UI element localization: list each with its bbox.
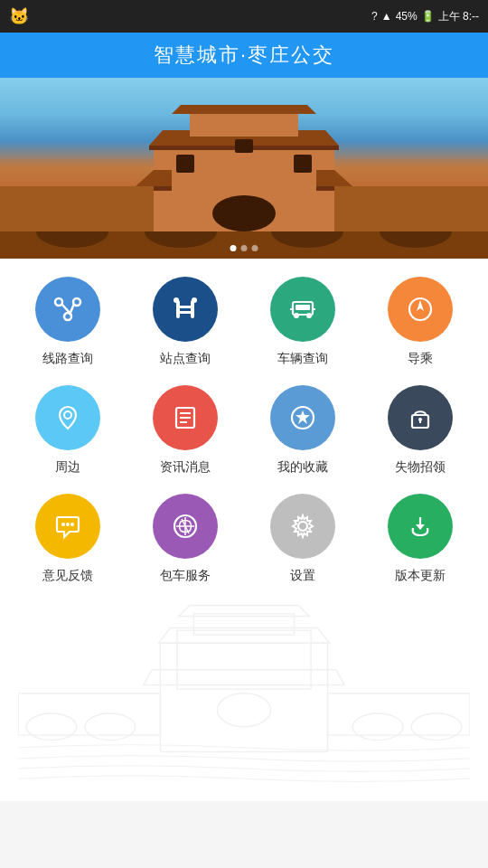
menu-item-nearby[interactable]: 周边 [9,385,127,476]
stop-query-label: 站点查询 [160,351,211,367]
navigation-label: 导乘 [408,351,433,367]
menu-item-charter[interactable]: 包车服务 [127,494,244,584]
svg-rect-15 [176,155,194,173]
svg-point-33 [294,313,299,318]
battery-icon: 🔋 [421,10,435,23]
app-title: 智慧城市·枣庄公交 [154,42,334,69]
banner-dot-3 [252,245,258,251]
menu-item-navigation[interactable]: 导乘 [361,277,479,367]
svg-marker-63 [179,606,309,617]
banner-background [0,78,488,259]
svg-rect-58 [160,643,327,751]
update-icon [388,494,453,559]
vehicle-query-icon [270,277,335,342]
settings-label: 设置 [290,568,315,584]
svg-rect-66 [328,693,470,735]
menu-item-stop-query[interactable]: 站点查询 [127,277,244,367]
lost-found-label: 失物招领 [395,459,446,476]
menu-grid: 线路查询 站点查询 车辆查询 [0,259,488,593]
svg-rect-32 [296,305,310,310]
svg-marker-38 [417,300,424,311]
status-bar: 🐱 ? ▲ 45% 🔋 上午 8:-- [0,0,488,33]
svg-line-24 [70,304,74,315]
svg-marker-57 [416,524,425,530]
banner-indicators [230,245,258,251]
svg-rect-16 [294,155,312,173]
menu-item-news[interactable]: 资讯消息 [127,385,244,476]
svg-point-69 [352,713,403,741]
nearby-label: 周边 [55,459,80,476]
svg-rect-18 [0,186,154,231]
svg-point-56 [298,522,307,531]
svg-rect-64 [217,693,270,727]
svg-rect-30 [191,300,194,318]
svg-point-49 [61,523,65,526]
banner-dot-1 [230,245,237,251]
charter-icon [153,494,218,559]
menu-item-settings[interactable]: 设置 [244,494,361,584]
svg-rect-14 [212,195,276,231]
navigation-icon [388,277,453,342]
svg-marker-59 [144,670,344,685]
svg-point-50 [66,523,70,526]
menu-item-update[interactable]: 版本更新 [361,494,479,584]
app-header: 智慧城市·枣庄公交 [0,33,488,78]
nearby-icon [35,385,100,450]
time-text: 上午 8:-- [438,9,479,24]
svg-point-34 [306,313,312,318]
watermark-image [18,602,470,801]
svg-point-48 [418,418,422,421]
svg-point-39 [64,411,71,419]
svg-marker-45 [296,410,310,424]
svg-rect-27 [176,300,180,318]
feedback-label: 意见反馈 [42,568,93,584]
menu-item-favorites[interactable]: 我的收藏 [244,385,361,476]
svg-rect-17 [235,139,253,153]
vehicle-query-label: 车辆查询 [277,351,328,367]
question-icon: ? [371,10,378,23]
menu-item-vehicle-query[interactable]: 车辆查询 [244,277,361,367]
settings-icon [270,494,335,559]
favorites-icon [270,385,335,450]
svg-point-28 [174,297,179,303]
banner-image [0,105,488,259]
route-query-icon [35,277,100,342]
feedback-icon [35,494,100,559]
banner-dot-2 [241,245,248,251]
menu-item-lost-found[interactable]: 失物招领 [361,385,479,476]
news-label: 资讯消息 [160,459,211,476]
update-label: 版本更新 [395,568,446,584]
menu-item-feedback[interactable]: 意见反馈 [9,494,127,584]
app-icon: 🐱 [9,6,29,26]
news-icon [153,385,218,450]
signal-icon: ▲ [381,10,392,23]
favorites-label: 我的收藏 [277,459,328,476]
svg-rect-25 [178,306,192,308]
lost-found-icon [388,385,453,450]
svg-rect-65 [18,693,160,735]
watermark-area [0,593,488,801]
svg-point-51 [70,523,74,526]
menu-item-route-query[interactable]: 线路查询 [9,277,127,367]
charter-label: 包车服务 [160,568,211,584]
svg-rect-60 [177,630,311,689]
svg-point-68 [85,713,136,741]
battery-text: 45% [396,10,418,23]
hero-banner[interactable] [0,78,488,259]
stop-query-icon [153,277,218,342]
svg-rect-19 [334,186,488,231]
svg-point-67 [26,713,77,741]
svg-marker-13 [172,105,316,114]
svg-rect-26 [178,311,192,314]
route-query-label: 线路查询 [42,351,93,367]
svg-point-70 [411,713,462,741]
